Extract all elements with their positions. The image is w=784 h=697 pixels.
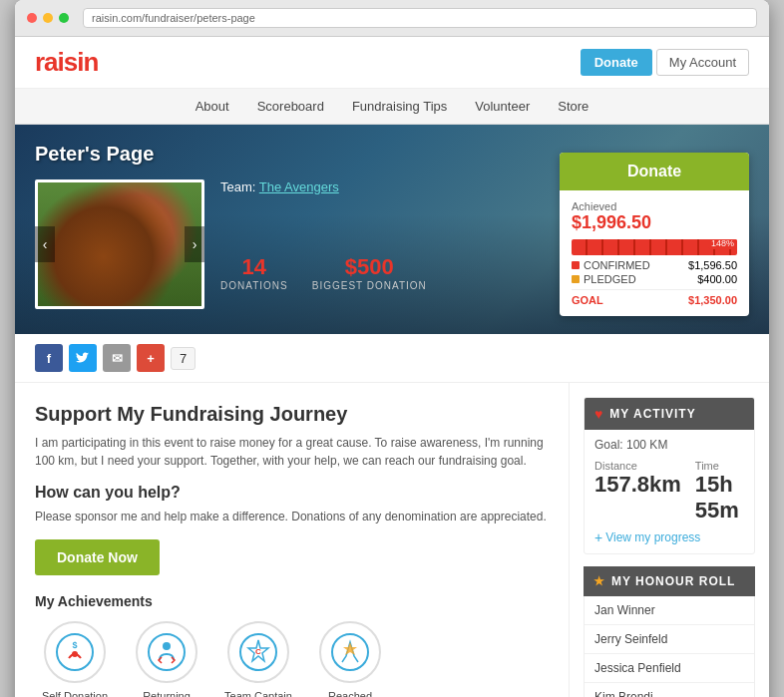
achieved-amount: $1,996.50 bbox=[572, 212, 737, 233]
hero-stats: 14 DONATIONS $500 BIGGEST DONATION bbox=[220, 254, 427, 291]
personal-goal-icon bbox=[319, 621, 381, 683]
time-stat: Time 15h 55m bbox=[695, 460, 744, 523]
hero-team: Team: The Avengers bbox=[220, 179, 427, 194]
self-donation-svg: $ bbox=[55, 632, 95, 672]
nav-store[interactable]: Store bbox=[558, 99, 588, 114]
self-donation-label: Self Donation bbox=[42, 689, 108, 697]
nav-about[interactable]: About bbox=[196, 99, 229, 114]
goal-row: GOAL $1,350.00 bbox=[572, 289, 737, 306]
facebook-button[interactable]: f bbox=[35, 344, 63, 372]
svg-text:$: $ bbox=[72, 640, 77, 650]
achievement-self-donation: $ Self Donation bbox=[35, 621, 115, 697]
content-left: Support My Fundraising Journey I am part… bbox=[15, 383, 570, 697]
activity-widget: ♥ MY ACTIVITY Goal: 100 KM Distance 157.… bbox=[584, 397, 755, 554]
distance-value: 157.8km bbox=[594, 472, 681, 498]
goal-value: $1,350.00 bbox=[688, 294, 737, 306]
header-buttons: Donate My Account bbox=[581, 49, 749, 76]
honour-item-2: Jessica Penfield bbox=[585, 654, 754, 683]
nav-fundraising-tips[interactable]: Fundraising Tips bbox=[352, 99, 447, 114]
activity-body: Goal: 100 KM Distance 157.8km Time 15h 5… bbox=[585, 430, 754, 553]
team-link[interactable]: The Avengers bbox=[259, 179, 339, 194]
donate-now-button[interactable]: Donate Now bbox=[35, 539, 160, 575]
pledged-label: PLEDGED bbox=[572, 273, 636, 285]
honour-roll-header: ★ MY HONOUR ROLL bbox=[584, 566, 755, 596]
achievements-title: My Achievements bbox=[35, 593, 549, 609]
header-donate-button[interactable]: Donate bbox=[581, 49, 652, 76]
time-label: Time bbox=[695, 460, 744, 472]
self-donation-icon: $ bbox=[44, 621, 106, 683]
activity-icon: ♥ bbox=[594, 406, 603, 422]
hero-photo bbox=[35, 179, 204, 309]
plus-icon: + bbox=[594, 529, 602, 545]
donate-widget-body: Achieved $1,996.50 148% CONFIRMED $1,596… bbox=[560, 190, 749, 316]
photo-prev-button[interactable]: ‹ bbox=[35, 226, 55, 262]
activity-title: MY ACTIVITY bbox=[609, 407, 695, 421]
twitter-button[interactable] bbox=[69, 344, 97, 372]
donations-label: DONATIONS bbox=[220, 280, 288, 291]
honour-item-3: Kim Brendi bbox=[585, 683, 754, 697]
hero-section: Peter's Page ‹ › Team: The Avengers bbox=[15, 125, 769, 334]
achievement-returning: Returning Participant bbox=[127, 621, 206, 697]
how-title: How can you help? bbox=[35, 484, 549, 502]
personal-goal-label: Reached Personal Goal bbox=[310, 689, 390, 697]
svg-point-2 bbox=[72, 651, 78, 657]
team-captain-svg: C bbox=[238, 632, 278, 672]
progress-bar-container: 148% bbox=[572, 239, 737, 255]
honour-roll: ★ MY HONOUR ROLL Jan Winner Jerry Seinfe… bbox=[584, 566, 755, 697]
nav-volunteer[interactable]: Volunteer bbox=[475, 99, 530, 114]
time-value: 15h 55m bbox=[695, 472, 744, 523]
team-label: Team: bbox=[220, 179, 255, 194]
email-button[interactable]: ✉ bbox=[103, 344, 131, 372]
minimize-dot[interactable] bbox=[43, 13, 53, 23]
honour-roll-list: Jan Winner Jerry Seinfeld Jessica Penfie… bbox=[584, 596, 755, 697]
browser-window: raisin.com/fundraiser/peters-page raisin… bbox=[15, 0, 769, 697]
team-captain-label: Team Captain bbox=[224, 689, 292, 697]
hero-info: Team: The Avengers 14 DONATIONS $500 BIG… bbox=[220, 179, 427, 291]
browser-chrome: raisin.com/fundraiser/peters-page bbox=[15, 0, 769, 37]
pledged-amount: $400.00 bbox=[697, 273, 737, 285]
goal-label: GOAL bbox=[572, 294, 603, 306]
main-text: I am participating in this event to rais… bbox=[35, 434, 549, 470]
nav-scoreboard[interactable]: Scoreboard bbox=[257, 99, 324, 114]
svg-point-3 bbox=[149, 634, 185, 670]
returning-icon bbox=[136, 621, 197, 683]
social-bar: f ✉ + 7 bbox=[15, 334, 769, 383]
plus-button[interactable]: + bbox=[137, 344, 165, 372]
view-progress-link[interactable]: + View my progress bbox=[594, 529, 744, 545]
maximize-dot[interactable] bbox=[59, 13, 69, 23]
logo: raisin bbox=[35, 47, 98, 78]
honour-item-1: Jerry Seinfeld bbox=[585, 625, 754, 654]
header-myaccount-button[interactable]: My Account bbox=[656, 49, 749, 76]
honour-roll-title: MY HONOUR ROLL bbox=[611, 574, 735, 588]
activity-header: ♥ MY ACTIVITY bbox=[585, 398, 754, 430]
close-dot[interactable] bbox=[27, 13, 37, 23]
confirmed-amount: $1,596.50 bbox=[688, 259, 737, 271]
returning-label: Returning Participant bbox=[127, 689, 206, 697]
svg-marker-9 bbox=[343, 642, 357, 655]
biggest-donation-value: $500 bbox=[312, 254, 427, 280]
distance-label: Distance bbox=[594, 460, 681, 472]
site-header: raisin Donate My Account bbox=[15, 37, 769, 89]
activity-stats: Distance 157.8km Time 15h 55m bbox=[594, 460, 744, 523]
honour-item-0: Jan Winner bbox=[585, 596, 754, 625]
site-nav: About Scoreboard Fundraising Tips Volunt… bbox=[15, 89, 769, 125]
pledged-dot bbox=[572, 275, 580, 283]
hero-photo-image bbox=[38, 182, 201, 306]
address-bar[interactable]: raisin.com/fundraiser/peters-page bbox=[83, 8, 757, 28]
distance-stat: Distance 157.8km bbox=[594, 460, 681, 523]
donate-widget-header[interactable]: Donate bbox=[560, 153, 749, 190]
achievement-team-captain: C Team Captain bbox=[218, 621, 298, 697]
confirmed-row: CONFIRMED $1,596.50 bbox=[572, 259, 737, 271]
achieved-label: Achieved bbox=[572, 200, 737, 212]
donations-value: 14 bbox=[220, 254, 288, 280]
donate-widget: Donate Achieved $1,996.50 148% CONFIRMED… bbox=[560, 153, 749, 316]
team-captain-icon: C bbox=[227, 621, 289, 683]
achievements-grid: $ Self Donation bbox=[35, 621, 549, 697]
svg-text:C: C bbox=[255, 647, 261, 656]
pledged-row: PLEDGED $400.00 bbox=[572, 273, 737, 285]
hero-photo-container: ‹ › bbox=[35, 179, 204, 309]
confirmed-dot bbox=[572, 261, 580, 269]
share-count: 7 bbox=[171, 347, 196, 370]
biggest-donation-label: BIGGEST DONATION bbox=[312, 280, 427, 291]
photo-next-button[interactable]: › bbox=[185, 226, 204, 262]
